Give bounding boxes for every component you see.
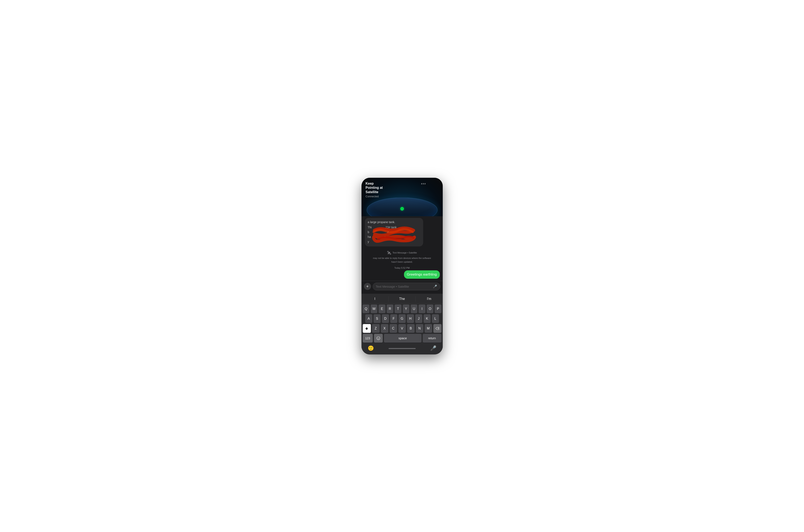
add-attachment-button[interactable]: + [364, 283, 371, 290]
key-o[interactable]: O [427, 304, 433, 313]
key-s[interactable]: S [373, 314, 381, 323]
satellite-banner: Keep Pointing at Satellite Connected ⸗⸗⸗ [362, 178, 443, 216]
key-e[interactable]: E [379, 304, 385, 313]
mic-icon-input[interactable]: 🎤 [433, 285, 437, 288]
key-g[interactable]: G [399, 314, 406, 323]
received-message-bubble: a large propane tank. Thi 23# tank b d h… [365, 218, 423, 246]
predictive-bar: I The I'm [362, 295, 443, 303]
key-l[interactable]: L [432, 314, 439, 323]
earth-graphic [367, 197, 438, 216]
dictation-icon[interactable]: 🎤 [430, 345, 437, 351]
sent-message-bubble: Greetings earthling [362, 270, 443, 281]
key-w[interactable]: W [371, 304, 377, 313]
key-y[interactable]: Y [403, 304, 409, 313]
svg-point-1 [378, 338, 378, 338]
keyboard-row-2: A S D F G H J K L [365, 314, 439, 323]
satellite-status: Connected [366, 195, 383, 198]
system-info-message: 🛰 Text Message • Satellite may not be ab… [362, 248, 443, 265]
key-k[interactable]: K [424, 314, 431, 323]
key-a[interactable]: A [365, 314, 372, 323]
satellite-title: Keep Pointing at Satellite [366, 182, 383, 194]
predictive-word-3[interactable]: I'm [416, 296, 443, 302]
keyboard-row-1: Q W E R T Y U I O P [363, 304, 441, 313]
key-c[interactable]: C [389, 324, 397, 333]
predictive-word-2[interactable]: The [388, 296, 416, 302]
backspace-key[interactable] [433, 324, 441, 333]
keyboard: I The I'm Q W E R T Y U I O P A S D F G … [362, 294, 443, 355]
message-input-bar[interactable]: + Text Message • Satellite 🎤 [362, 281, 443, 292]
key-d[interactable]: D [382, 314, 389, 323]
keyboard-row-bottom: 123 space return [363, 334, 441, 343]
emoji-key[interactable] [374, 334, 383, 343]
key-f[interactable]: F [390, 314, 397, 323]
key-u[interactable]: U [410, 304, 417, 313]
key-x[interactable]: X [381, 324, 388, 333]
key-v[interactable]: V [398, 324, 406, 333]
sent-bubble-inner: Greetings earthling [404, 270, 440, 279]
key-n[interactable]: N [416, 324, 423, 333]
key-h[interactable]: H [407, 314, 414, 323]
key-r[interactable]: R [387, 304, 394, 313]
key-t[interactable]: T [395, 304, 401, 313]
key-m[interactable]: M [425, 324, 432, 333]
key-b[interactable]: B [407, 324, 415, 333]
satellite-text: Keep Pointing at Satellite Connected [366, 182, 383, 198]
satellite-info-icon: 🛰 [387, 250, 391, 256]
predictive-word-1[interactable]: I [362, 296, 388, 302]
input-placeholder: Text Message • Satellite [376, 285, 432, 288]
key-p[interactable]: P [435, 304, 441, 313]
shift-key[interactable] [363, 324, 371, 333]
sent-message-text: Greetings earthling [407, 272, 437, 277]
keyboard-row-3: Z X C V B N M [363, 324, 441, 333]
emoji-keyboard-icon[interactable]: 🙂 [368, 345, 374, 351]
key-j[interactable]: J [415, 314, 422, 323]
received-message-text: a large propane tank. Thi 23# tank b d h… [368, 220, 420, 244]
key-q[interactable]: Q [363, 304, 369, 313]
home-indicator [388, 348, 416, 349]
satellite-dot [400, 207, 404, 210]
key-i[interactable]: I [419, 304, 425, 313]
satellite-signal-icon: ⸗⸗⸗ [421, 182, 426, 186]
message-timestamp: Today 5:52 PM [362, 265, 443, 270]
space-key[interactable]: space [384, 334, 421, 343]
message-input-field[interactable]: Text Message • Satellite 🎤 [373, 283, 440, 290]
svg-point-2 [379, 338, 379, 338]
phone-frame: Keep Pointing at Satellite Connected ⸗⸗⸗… [362, 178, 443, 355]
keyboard-bottom-bar: 🙂 🎤 [362, 344, 443, 354]
numbers-key[interactable]: 123 [363, 334, 373, 343]
return-key[interactable]: return [423, 334, 441, 343]
key-z[interactable]: Z [372, 324, 380, 333]
chat-area: a large propane tank. Thi 23# tank b d h… [362, 218, 443, 294]
svg-point-0 [377, 337, 380, 340]
